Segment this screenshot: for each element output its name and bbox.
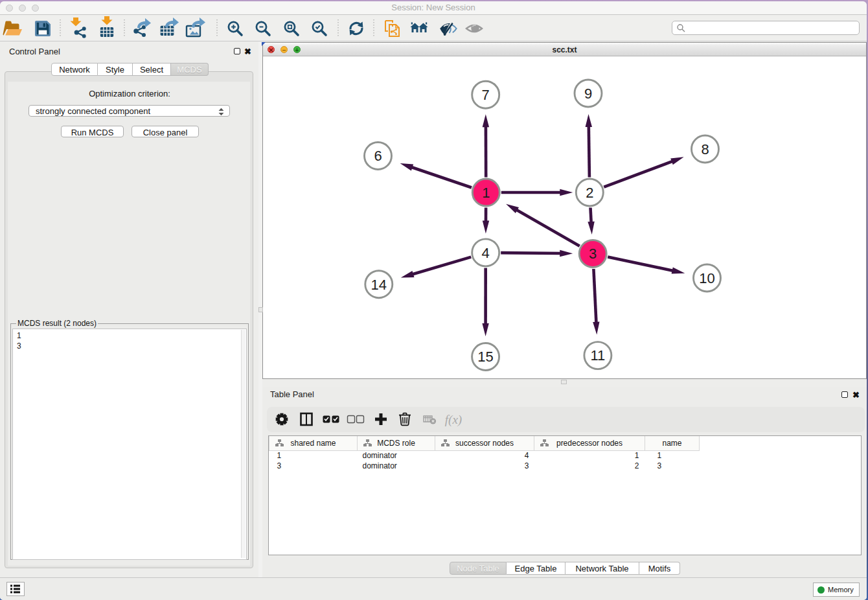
- svg-text:6: 6: [374, 148, 382, 164]
- svg-text:3: 3: [589, 246, 597, 262]
- svg-text:11: 11: [590, 347, 605, 363]
- svg-text:2: 2: [586, 185, 593, 201]
- svg-text:7: 7: [482, 87, 490, 103]
- svg-text:9: 9: [584, 86, 592, 102]
- svg-text:15: 15: [477, 349, 493, 365]
- svg-text:f(x): f(x): [445, 413, 462, 427]
- svg-text:14: 14: [371, 277, 387, 293]
- svg-text:10: 10: [699, 270, 714, 286]
- svg-text:4: 4: [482, 245, 490, 261]
- svg-text:8: 8: [701, 141, 709, 157]
- svg-text:1: 1: [482, 185, 490, 201]
